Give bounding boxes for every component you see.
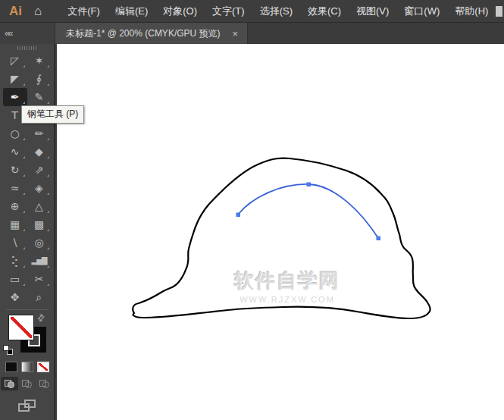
selection-tool[interactable]: ◸	[3, 52, 27, 70]
hand-icon: ✥	[11, 292, 20, 302]
pencil-tool[interactable]: ∿	[3, 143, 27, 161]
menu-items: 文件(F) 编辑(E) 对象(O) 文字(T) 选择(S) 效果(C) 视图(V…	[60, 0, 496, 23]
pencil-icon: ∿	[11, 146, 20, 157]
anchor-point-start[interactable]	[236, 213, 241, 218]
tools-panel: ◸ ✶ ◤ ∮ ✒ ✎ T ╲ ○ ✏ ∿ ◆ ↻ ⇗ ≈ ◈ ⊕ △ ▦ ▩ …	[0, 44, 55, 420]
slice-tool[interactable]: ✂	[27, 270, 52, 288]
artboard-canvas[interactable]: 软件自学网 WWW.RJZXW.COM	[57, 44, 504, 420]
magic-wand-tool[interactable]: ✶	[27, 52, 52, 70]
puppet-warp-tool[interactable]: ◈	[27, 179, 52, 197]
eraser-icon: ◆	[35, 146, 43, 157]
shape-builder-tool[interactable]: ⊕	[3, 197, 27, 215]
ellipse-icon: ○	[10, 128, 19, 139]
document-tab-title: 未标题-1* @ 200% (CMYK/GPU 预览)	[66, 27, 224, 40]
mesh-icon: ▦	[10, 219, 20, 230]
draw-behind-button[interactable]	[18, 377, 36, 390]
toolbar-divider	[6, 309, 49, 310]
menu-object[interactable]: 对象(O)	[155, 0, 205, 23]
apply-gradient-button[interactable]	[21, 362, 33, 372]
gradient-tool[interactable]: ▩	[27, 215, 52, 234]
fill-swatch-none[interactable]	[8, 315, 34, 340]
menu-select[interactable]: 选择(S)	[252, 0, 300, 23]
menu-view[interactable]: 视图(V)	[349, 0, 396, 23]
direct-selection-tool[interactable]: ◤	[3, 70, 27, 88]
scale-tool[interactable]: ⇗	[27, 161, 52, 179]
menu-type[interactable]: 文字(T)	[205, 0, 252, 23]
column-graph-icon: ▂▅▇	[31, 257, 46, 265]
type-icon: T	[11, 110, 18, 121]
menu-file[interactable]: 文件(F)	[60, 0, 108, 23]
eyedropper-icon: ∖	[11, 237, 18, 248]
zoom-tool[interactable]: ⌕	[27, 288, 52, 306]
drawing-mode-buttons	[1, 377, 53, 390]
symbol-sprayer-tool[interactable]: ⢕	[3, 252, 27, 270]
pen-tool-tooltip: 钢笔工具 (P)	[21, 105, 84, 124]
watermark-title: 软件自学网	[224, 268, 351, 294]
curvature-tool[interactable]: ✎	[27, 88, 52, 106]
ellipse-tool[interactable]: ○	[3, 124, 27, 143]
tab-bar: «« 未标题-1* @ 200% (CMYK/GPU 预览) ×	[0, 23, 504, 44]
apply-color-buttons	[5, 362, 49, 372]
curvature-pen-icon: ✎	[35, 92, 44, 102]
menu-edit[interactable]: 编辑(E)	[108, 0, 155, 23]
draw-inside-button[interactable]	[36, 377, 53, 390]
rotate-tool[interactable]: ↻	[3, 161, 27, 179]
none-slash-icon	[11, 317, 32, 338]
eraser-tool[interactable]: ◆	[27, 143, 52, 161]
rotate-icon: ↻	[11, 165, 20, 175]
paintbrush-tool[interactable]: ✏	[27, 124, 52, 143]
swap-fill-stroke-icon[interactable]: ⇄	[35, 311, 48, 324]
apply-color-button[interactable]	[5, 362, 17, 372]
home-icon[interactable]: ⌂	[28, 4, 48, 19]
perspective-grid-tool[interactable]: △	[27, 197, 52, 215]
shape-builder-icon: ⊕	[11, 201, 20, 212]
menu-window[interactable]: 窗口(W)	[396, 0, 447, 23]
menu-bar: Ai ⌂ 文件(F) 编辑(E) 对象(O) 文字(T) 选择(S) 效果(C)…	[0, 0, 504, 23]
draw-normal-button[interactable]	[1, 377, 18, 390]
anchor-point-end[interactable]	[377, 237, 381, 241]
apply-none-button[interactable]	[37, 362, 49, 372]
artboard-tool[interactable]: ▭	[3, 270, 27, 288]
symbol-sprayer-icon: ⢕	[11, 255, 18, 266]
width-tool-icon: ≈	[11, 183, 20, 193]
mesh-tool[interactable]: ▦	[3, 215, 27, 234]
perspective-grid-icon: △	[35, 201, 43, 212]
workspace-switcher-icon[interactable]	[496, 6, 504, 17]
change-screen-mode-button[interactable]	[18, 400, 36, 413]
paintbrush-icon: ✏	[35, 128, 44, 139]
ai-logo: Ai	[6, 4, 28, 19]
magic-wand-icon: ✶	[35, 55, 44, 66]
column-graph-tool[interactable]: ▂▅▇	[27, 252, 52, 270]
pen-icon: ✒	[11, 92, 20, 102]
document-tab[interactable]: 未标题-1* @ 200% (CMYK/GPU 预览) ×	[55, 23, 248, 44]
pen-tool[interactable]: ✒	[3, 88, 27, 106]
blend-tool[interactable]: ◎	[27, 234, 52, 252]
scale-icon: ⇗	[35, 165, 44, 175]
lasso-tool[interactable]: ∮	[27, 70, 52, 88]
anchor-point-mid[interactable]	[307, 183, 311, 187]
lasso-icon: ∮	[36, 74, 42, 84]
artwork	[57, 44, 504, 420]
puppet-warp-icon: ◈	[35, 183, 43, 193]
gradient-icon: ▩	[34, 219, 44, 230]
collapse-panel-icon[interactable]: ««	[0, 28, 11, 39]
panel-grip-handle[interactable]	[17, 46, 37, 50]
slice-icon: ✂	[35, 274, 44, 284]
blend-icon: ◎	[34, 237, 43, 248]
tool-grid: ◸ ✶ ◤ ∮ ✒ ✎ T ╲ ○ ✏ ∿ ◆ ↻ ⇗ ≈ ◈ ⊕ △ ▦ ▩ …	[3, 52, 52, 306]
magnifier-icon: ⌕	[36, 292, 42, 302]
artboard-icon: ▭	[10, 274, 20, 284]
default-fill-stroke-icon[interactable]	[3, 345, 13, 355]
eyedropper-tool[interactable]: ∖	[3, 234, 27, 252]
hand-tool[interactable]: ✥	[3, 288, 27, 306]
width-tool[interactable]: ≈	[3, 179, 27, 197]
toolbar-dock-header: ««	[0, 23, 55, 44]
watermark-url: WWW.RJZXW.COM	[224, 295, 351, 304]
menu-effect[interactable]: 效果(C)	[300, 0, 349, 23]
watermark: 软件自学网 WWW.RJZXW.COM	[224, 268, 351, 304]
selection-arrow-icon: ◸	[11, 55, 19, 66]
direct-selection-arrow-icon: ◤	[11, 74, 19, 84]
close-tab-icon[interactable]: ×	[230, 28, 239, 39]
menu-help[interactable]: 帮助(H)	[447, 0, 496, 23]
fill-stroke-widget: ⇄	[0, 312, 55, 360]
